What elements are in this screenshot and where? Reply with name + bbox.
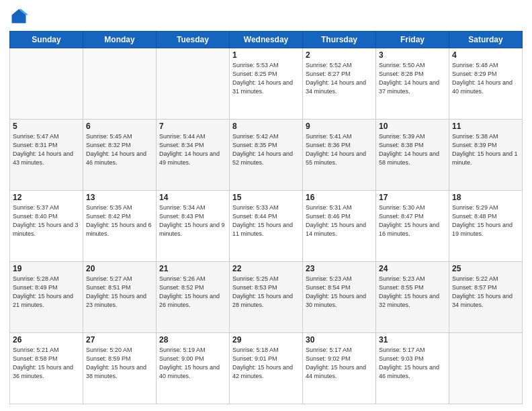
day-number: 29 [232,335,300,345]
day-number: 3 [379,50,446,60]
calendar-cell: 24Sunrise: 5:23 AM Sunset: 8:55 PM Dayli… [376,262,449,333]
calendar-cell: 27Sunrise: 5:20 AM Sunset: 8:59 PM Dayli… [83,333,157,404]
calendar-cell: 19Sunrise: 5:28 AM Sunset: 8:49 PM Dayli… [10,262,83,333]
day-info: Sunrise: 5:28 AM Sunset: 8:49 PM Dayligh… [13,275,80,310]
day-number: 21 [159,264,226,273]
calendar-cell: 18Sunrise: 5:29 AM Sunset: 8:48 PM Dayli… [449,191,523,262]
svg-marker-0 [12,9,26,24]
weekday-header: Monday [83,32,157,48]
day-number: 15 [232,193,300,202]
day-info: Sunrise: 5:17 AM Sunset: 9:03 PM Dayligh… [379,346,446,381]
calendar-cell: 15Sunrise: 5:33 AM Sunset: 8:44 PM Dayli… [230,191,303,262]
calendar-cell: 25Sunrise: 5:22 AM Sunset: 8:57 PM Dayli… [449,262,523,333]
day-info: Sunrise: 5:48 AM Sunset: 8:29 PM Dayligh… [452,61,519,96]
calendar-cell: 8Sunrise: 5:42 AM Sunset: 8:35 PM Daylig… [230,120,303,191]
weekday-header: Sunday [10,32,83,48]
weekday-header: Thursday [303,32,376,48]
logo-icon [9,7,28,26]
calendar-cell: 23Sunrise: 5:23 AM Sunset: 8:54 PM Dayli… [303,262,376,333]
calendar-cell: 10Sunrise: 5:39 AM Sunset: 8:38 PM Dayli… [376,120,449,191]
calendar-week-row: 26Sunrise: 5:21 AM Sunset: 8:58 PM Dayli… [10,333,523,404]
day-number: 8 [232,122,300,131]
day-number: 19 [13,264,80,273]
day-info: Sunrise: 5:30 AM Sunset: 8:47 PM Dayligh… [379,203,446,238]
calendar-cell: 13Sunrise: 5:35 AM Sunset: 8:42 PM Dayli… [83,191,157,262]
day-info: Sunrise: 5:23 AM Sunset: 8:55 PM Dayligh… [379,275,446,310]
calendar-cell [83,48,157,120]
day-info: Sunrise: 5:50 AM Sunset: 8:28 PM Dayligh… [379,61,446,96]
calendar-cell: 17Sunrise: 5:30 AM Sunset: 8:47 PM Dayli… [376,191,449,262]
day-info: Sunrise: 5:34 AM Sunset: 8:43 PM Dayligh… [159,203,226,238]
calendar-cell: 26Sunrise: 5:21 AM Sunset: 8:58 PM Dayli… [10,333,83,404]
day-number: 30 [306,335,373,345]
day-info: Sunrise: 5:21 AM Sunset: 8:58 PM Dayligh… [13,346,80,381]
calendar-week-row: 12Sunrise: 5:37 AM Sunset: 8:40 PM Dayli… [10,191,523,262]
calendar-cell: 20Sunrise: 5:27 AM Sunset: 8:51 PM Dayli… [83,262,157,333]
calendar-cell: 6Sunrise: 5:45 AM Sunset: 8:32 PM Daylig… [83,120,157,191]
day-number: 10 [379,122,446,131]
calendar-cell [157,48,230,120]
calendar-cell: 14Sunrise: 5:34 AM Sunset: 8:43 PM Dayli… [157,191,230,262]
day-info: Sunrise: 5:31 AM Sunset: 8:46 PM Dayligh… [306,203,373,238]
day-number: 4 [452,50,519,60]
day-number: 20 [86,264,153,273]
calendar-cell: 30Sunrise: 5:17 AM Sunset: 9:02 PM Dayli… [303,333,376,404]
day-info: Sunrise: 5:53 AM Sunset: 8:25 PM Dayligh… [232,61,300,96]
calendar-cell [10,48,83,120]
day-info: Sunrise: 5:20 AM Sunset: 8:59 PM Dayligh… [86,346,153,381]
calendar-week-row: 5Sunrise: 5:47 AM Sunset: 8:31 PM Daylig… [10,120,523,191]
day-number: 28 [159,335,226,345]
day-info: Sunrise: 5:19 AM Sunset: 9:00 PM Dayligh… [159,346,226,381]
page: SundayMondayTuesdayWednesdayThursdayFrid… [0,0,532,411]
day-info: Sunrise: 5:37 AM Sunset: 8:40 PM Dayligh… [13,203,80,238]
day-number: 18 [452,193,519,202]
day-info: Sunrise: 5:47 AM Sunset: 8:31 PM Dayligh… [13,132,80,167]
day-info: Sunrise: 5:25 AM Sunset: 8:53 PM Dayligh… [232,275,300,310]
day-number: 26 [13,335,80,345]
day-info: Sunrise: 5:17 AM Sunset: 9:02 PM Dayligh… [306,346,373,381]
calendar-cell: 28Sunrise: 5:19 AM Sunset: 9:00 PM Dayli… [157,333,230,404]
day-number: 27 [86,335,153,345]
calendar-cell: 16Sunrise: 5:31 AM Sunset: 8:46 PM Dayli… [303,191,376,262]
day-info: Sunrise: 5:22 AM Sunset: 8:57 PM Dayligh… [452,275,519,310]
calendar-table: SundayMondayTuesdayWednesdayThursdayFrid… [9,31,523,404]
day-info: Sunrise: 5:45 AM Sunset: 8:32 PM Dayligh… [86,132,153,167]
logo [9,7,31,26]
calendar-week-row: 19Sunrise: 5:28 AM Sunset: 8:49 PM Dayli… [10,262,523,333]
day-number: 24 [379,264,446,273]
calendar-cell: 12Sunrise: 5:37 AM Sunset: 8:40 PM Dayli… [10,191,83,262]
day-info: Sunrise: 5:44 AM Sunset: 8:34 PM Dayligh… [159,132,226,167]
day-info: Sunrise: 5:42 AM Sunset: 8:35 PM Dayligh… [232,132,300,167]
day-number: 25 [452,264,519,273]
day-info: Sunrise: 5:29 AM Sunset: 8:48 PM Dayligh… [452,203,519,238]
day-info: Sunrise: 5:41 AM Sunset: 8:36 PM Dayligh… [306,132,373,167]
calendar-cell: 7Sunrise: 5:44 AM Sunset: 8:34 PM Daylig… [157,120,230,191]
day-info: Sunrise: 5:52 AM Sunset: 8:27 PM Dayligh… [306,61,373,96]
day-number: 1 [232,50,300,60]
header [9,7,523,26]
calendar-cell: 31Sunrise: 5:17 AM Sunset: 9:03 PM Dayli… [376,333,449,404]
day-number: 11 [452,122,519,131]
calendar-cell: 9Sunrise: 5:41 AM Sunset: 8:36 PM Daylig… [303,120,376,191]
day-number: 23 [306,264,373,273]
day-number: 16 [306,193,373,202]
day-info: Sunrise: 5:18 AM Sunset: 9:01 PM Dayligh… [232,346,300,381]
day-number: 12 [13,193,80,202]
calendar-cell: 1Sunrise: 5:53 AM Sunset: 8:25 PM Daylig… [230,48,303,120]
day-info: Sunrise: 5:23 AM Sunset: 8:54 PM Dayligh… [306,275,373,310]
calendar-week-row: 1Sunrise: 5:53 AM Sunset: 8:25 PM Daylig… [10,48,523,120]
weekday-header: Friday [376,32,449,48]
calendar-cell [449,333,523,404]
weekday-header: Tuesday [157,32,230,48]
day-number: 14 [159,193,226,202]
calendar-header-row: SundayMondayTuesdayWednesdayThursdayFrid… [10,32,523,48]
calendar-cell: 21Sunrise: 5:26 AM Sunset: 8:52 PM Dayli… [157,262,230,333]
calendar-cell: 3Sunrise: 5:50 AM Sunset: 8:28 PM Daylig… [376,48,449,120]
day-number: 17 [379,193,446,202]
calendar-cell: 5Sunrise: 5:47 AM Sunset: 8:31 PM Daylig… [10,120,83,191]
day-info: Sunrise: 5:33 AM Sunset: 8:44 PM Dayligh… [232,203,300,238]
day-number: 31 [379,335,446,345]
day-number: 22 [232,264,300,273]
day-info: Sunrise: 5:35 AM Sunset: 8:42 PM Dayligh… [86,203,153,238]
weekday-header: Wednesday [230,32,303,48]
